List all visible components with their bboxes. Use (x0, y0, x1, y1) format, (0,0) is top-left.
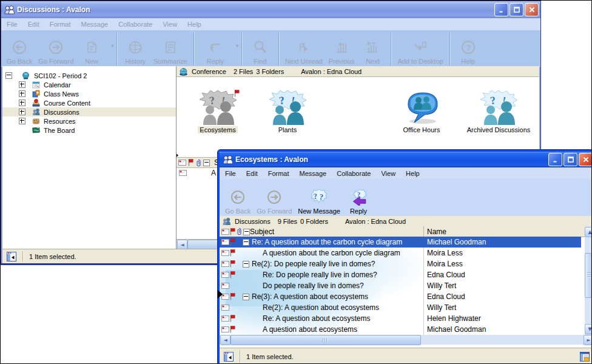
column-divider[interactable] (423, 226, 424, 237)
expand-icon[interactable] (19, 109, 25, 115)
flag-icon[interactable] (230, 228, 235, 235)
envelope-icon (221, 239, 229, 245)
ecosystems-window[interactable]: Ecosystems : Avalon File Edit Format Mes… (218, 150, 592, 364)
collapse-all-icon[interactable] (243, 229, 250, 235)
menu-view[interactable]: View (381, 170, 395, 177)
help-button[interactable]: Help (453, 31, 483, 67)
collapse-icon[interactable] (243, 261, 249, 268)
next-unread-button[interactable]: Next Unread (282, 31, 326, 67)
new-button[interactable]: New ▾ (76, 31, 113, 67)
dropdown-caret-icon[interactable]: ▾ (236, 43, 238, 49)
toolbar-separator (278, 32, 279, 66)
tree-item-root[interactable]: SCI102 - Period 2 (2, 71, 176, 80)
flag-icon (230, 293, 235, 300)
menu-format[interactable]: Format (50, 21, 71, 28)
pane-title: Conference (192, 68, 226, 75)
minimize-icon (552, 156, 559, 163)
scroll-right-button[interactable]: ► (584, 335, 592, 345)
collapse-icon[interactable] (5, 72, 12, 79)
tree-item-calendar[interactable]: Calendar (2, 80, 176, 89)
maximize-button[interactable] (563, 153, 577, 166)
message-row[interactable]: Re(2): A question about ecosystems Willy… (220, 302, 581, 313)
envelope-icon (221, 315, 229, 322)
expand-icon[interactable] (19, 118, 25, 124)
find-button[interactable]: Find (245, 31, 275, 67)
collapse-icon[interactable] (243, 239, 249, 246)
desktop: Discussions : Avalon File Edit Format Me… (0, 0, 592, 364)
expand-icon[interactable] (19, 90, 25, 97)
go-forward-button[interactable]: Go Forward (35, 31, 76, 67)
conference-item-archived-discussions[interactable]: Archived Discussions (463, 90, 534, 133)
menu-help[interactable]: Help (406, 170, 420, 177)
expand-icon[interactable] (19, 99, 25, 106)
next-button[interactable]: Next (357, 31, 388, 67)
scroll-down-button[interactable]: ▼ (585, 324, 592, 334)
message-row[interactable]: Re: A question about the carbon cycle di… (220, 237, 581, 248)
message-row[interactable]: A question about ecosystems Michael Good… (220, 324, 581, 335)
previous-button[interactable]: Previous (326, 31, 358, 67)
scroll-left-button[interactable]: ◄ (177, 240, 187, 249)
scrollbar-thumb[interactable] (230, 335, 421, 345)
tree-item-resources[interactable]: Resources (2, 116, 176, 126)
paperclip-icon[interactable] (236, 228, 242, 235)
menu-collaborate[interactable]: Collaborate (337, 170, 371, 177)
conference-item-office-hours[interactable]: Office Hours (386, 90, 457, 133)
pane-toggle-left-icon[interactable] (224, 352, 234, 362)
go-forward-button[interactable]: Go Forward (254, 180, 295, 217)
new-message-button[interactable]: New Message (295, 180, 343, 217)
subject-column-label[interactable]: Subject (250, 228, 274, 236)
pane-toggle-left-icon[interactable] (7, 252, 16, 261)
scroll-left-button[interactable]: ◄ (220, 335, 230, 345)
dropdown-caret-icon[interactable]: ▾ (111, 43, 113, 49)
scrollbar-thumb[interactable] (585, 253, 592, 298)
minimize-button[interactable] (548, 153, 562, 166)
pane-toggle-right-icon[interactable] (580, 352, 590, 362)
tree-item-course-content[interactable]: Course Content (2, 98, 176, 107)
message-row[interactable]: Re(2): Do people really live in domes? M… (220, 258, 581, 269)
menu-file[interactable]: File (7, 21, 18, 28)
menu-collaborate[interactable]: Collaborate (118, 21, 152, 28)
history-button[interactable]: History (120, 31, 150, 67)
message-row[interactable]: A question about the carbon cycle diagra… (220, 248, 581, 258)
message-row[interactable]: Re(3): A question about ecosystems Edna … (220, 291, 581, 302)
collapse-icon[interactable] (243, 294, 249, 300)
reply-button[interactable]: Reply ▾ (197, 31, 238, 67)
summarize-button[interactable]: Summarize (150, 31, 190, 67)
expand-icon[interactable] (19, 81, 25, 88)
titlebar[interactable]: Discussions : Avalon (1, 1, 540, 18)
menu-edit[interactable]: Edit (246, 170, 258, 177)
titlebar[interactable]: Ecosystems : Avalon (220, 152, 592, 167)
scroll-up-button[interactable]: ▲ (585, 227, 592, 237)
reply-button[interactable]: Reply (343, 180, 374, 217)
files-count: 9 Files (278, 218, 297, 225)
menu-message[interactable]: Message (81, 21, 109, 28)
message-row[interactable]: Do people really live in domes? Willy Te… (220, 280, 581, 291)
tree-item-class-news[interactable]: Class News (2, 89, 176, 98)
minimize-button[interactable] (494, 3, 508, 16)
name-column-label[interactable]: Name (427, 228, 446, 236)
maximize-button[interactable] (510, 3, 523, 16)
menu-file[interactable]: File (225, 170, 236, 177)
message-row[interactable]: Re: A question about ecosystems Helen Hi… (220, 313, 581, 324)
envelope-icon[interactable] (221, 229, 229, 235)
close-button[interactable] (525, 3, 539, 16)
tree-item-discussions[interactable]: Discussions (2, 107, 176, 116)
menu-help[interactable]: Help (187, 21, 201, 28)
menu-format[interactable]: Format (268, 170, 289, 177)
collapse-icon[interactable] (203, 160, 210, 166)
go-back-button[interactable]: Go Back (222, 180, 254, 217)
message-row[interactable]: Re: Do people really live in domes? Edna… (220, 269, 581, 280)
add-to-desktop-button[interactable]: Add to Desktop (394, 31, 446, 67)
conference-item-ecosystems[interactable]: Ecosystems (183, 90, 253, 133)
menu-view[interactable]: View (163, 21, 177, 28)
go-back-button[interactable]: Go Back (4, 31, 35, 67)
discussion-people-icon (267, 90, 308, 125)
conference-item-plants[interactable]: Plants (252, 90, 323, 133)
close-button[interactable] (579, 153, 592, 166)
horizontal-scrollbar[interactable]: ◄ ► (220, 335, 592, 345)
tree-item-the-board[interactable]: The Board (2, 126, 176, 135)
menu-edit[interactable]: Edit (28, 21, 39, 28)
menu-message[interactable]: Message (300, 170, 327, 177)
vertical-scrollbar[interactable]: ▲ ▼ (585, 226, 592, 335)
toolbar-separator (241, 32, 242, 66)
